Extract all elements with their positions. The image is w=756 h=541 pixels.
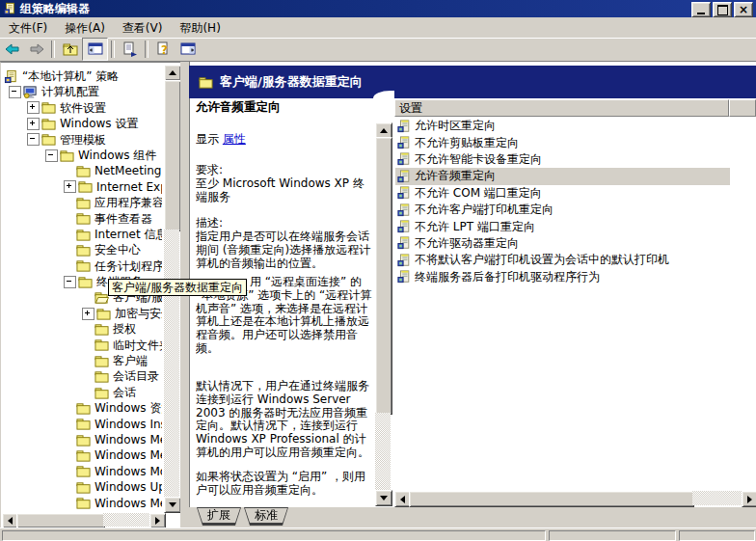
computer-icon [23, 85, 38, 99]
folder-icon [76, 196, 91, 210]
tree-item-security-center[interactable]: 安全中心 [2, 242, 162, 257]
empty-column-header[interactable] [729, 99, 756, 117]
tree-item-windows-media[interactable]: Windows Medi [2, 447, 162, 463]
tree-item-temporary-folders[interactable]: 临时文件夹 [2, 338, 162, 353]
tree-item-task-scheduler[interactable]: 任务计划程序 [2, 258, 162, 274]
tab-extended[interactable]: 扩展 [197, 507, 241, 526]
scroll-right-button[interactable] [742, 491, 756, 507]
tree-item-label: 加密与安全 [111, 306, 162, 321]
tree-item-application-compatibility[interactable]: 应用程序兼容 [2, 195, 162, 210]
setting-row[interactable]: 终端服务器后备打印机驱动程序行为 [395, 269, 730, 285]
expand-toggle[interactable] [27, 118, 40, 130]
tree-item-windows-installer[interactable]: Windows Inst [2, 417, 162, 432]
tree-item-windows-update[interactable]: Windows Upda [2, 479, 162, 495]
collapse-toggle[interactable] [45, 149, 58, 162]
forward-button[interactable] [24, 39, 48, 60]
setting-row[interactable]: 不允许 COM 端口重定向 [395, 185, 730, 202]
tree-item-internet-explorer[interactable]: Internet Expl [2, 179, 162, 195]
folder-icon [94, 354, 109, 368]
right-arrow-icon [747, 496, 756, 503]
scroll-thumb[interactable] [375, 137, 392, 415]
collapse-toggle[interactable] [64, 276, 76, 288]
tree-item-encryption-and-security[interactable]: 加密与安全 [2, 306, 162, 321]
tree-item-system[interactable]: 系统 [2, 511, 162, 512]
scroll-thumb[interactable] [164, 80, 181, 231]
setting-title: 允许音频重定向 [196, 100, 373, 114]
tree-item-windows-explorer[interactable]: Windows 资源 [2, 400, 162, 416]
scroll-track[interactable] [103, 513, 149, 527]
tree-item-windows-messenger[interactable]: Windows Mess [2, 432, 162, 447]
setting-label: 终端服务器后备打印机驱动程序行为 [415, 269, 600, 285]
tree-item-software-settings[interactable]: 软件设置 [2, 100, 162, 116]
setting-row[interactable]: 不将默认客户端打印机设置为会话中的默认打印机 [395, 252, 730, 268]
toolbar-separator [111, 41, 115, 58]
open-folder-icon [94, 290, 109, 305]
settings-column-header[interactable]: 设置 [394, 99, 729, 117]
setting-row[interactable]: 不允许驱动器重定向 [395, 235, 730, 252]
menu-view[interactable]: 查看(V) [114, 18, 172, 38]
scroll-track[interactable] [164, 230, 179, 497]
tree-item-session-directory[interactable]: 会话目录 [2, 368, 162, 384]
tree-item-label: Windows Movi [91, 464, 162, 479]
tree-item-computer-configuration[interactable]: 计算机配置 [2, 84, 162, 99]
setting-label: 不允许 LPT 端口重定向 [415, 219, 535, 235]
menu-help[interactable]: 帮助(H) [171, 18, 229, 38]
close-button[interactable]: × [734, 2, 753, 17]
tree-item-administrative-templates[interactable]: 管理模板 [2, 132, 162, 148]
tree-item-label: Windows 设置 [56, 116, 138, 131]
up-one-level-button[interactable] [58, 39, 82, 60]
menu-file[interactable]: 文件(F) [0, 18, 56, 38]
tree-item-sessions[interactable]: 会话 [2, 385, 162, 400]
tree-item-windows-settings[interactable]: Windows 设置 [2, 116, 162, 131]
setting-row[interactable]: 不允许智能卡设备重定向 [395, 151, 730, 168]
menu-action[interactable]: 操作(A) [56, 18, 114, 38]
policy-setting-icon [397, 270, 411, 284]
back-arrow-icon [5, 41, 20, 57]
tree-item-licensing[interactable]: 授权 [2, 321, 162, 337]
collapse-toggle[interactable] [27, 133, 40, 146]
setting-row[interactable]: 不允许剪贴板重定向 [395, 134, 730, 150]
minimize-button[interactable] [691, 2, 711, 17]
setting-row[interactable]: 不允许 LPT 端口重定向 [395, 218, 730, 234]
scroll-down-button[interactable] [164, 497, 181, 513]
setting-row[interactable]: 不允许客户端打印机重定向 [395, 202, 730, 218]
result-pane-header: 客户端/服务器数据重定向 [189, 66, 756, 98]
scroll-down-button[interactable] [375, 490, 392, 506]
show-action-pane-button[interactable] [176, 39, 200, 60]
tree-item-internet-information-services[interactable]: Internet 信息 [2, 227, 162, 242]
tree-item-netmeeting[interactable]: NetMeeting [2, 163, 162, 178]
show-console-tree-button[interactable] [82, 38, 108, 61]
tree-item-windows-media-2[interactable]: Windows Medi [2, 496, 162, 511]
maximize-button[interactable] [713, 2, 732, 17]
tree-item-client[interactable]: 客户端 [2, 353, 162, 368]
properties-link[interactable]: 属性 [223, 132, 246, 146]
tree-item-label: 事件查看器 [91, 211, 152, 227]
tree-item-event-viewer[interactable]: 事件查看器 [2, 211, 162, 227]
tree-item-label: Windows 组件 [74, 148, 156, 163]
expand-toggle[interactable] [27, 101, 40, 114]
tree-selected-item-tooltip[interactable]: 客户端/服务器数据重定向 [108, 279, 247, 296]
left-arrow-icon [396, 496, 405, 503]
setting-row[interactable]: 允许时区重定向 [395, 118, 730, 134]
tree-item-windows-movie-maker[interactable]: Windows Movi [2, 464, 162, 479]
setting-row-selected[interactable]: 允许音频重定向 [395, 168, 730, 184]
title-bar[interactable]: 组策略编辑器 × [0, 0, 756, 17]
expand-toggle[interactable] [82, 308, 94, 320]
collapse-toggle[interactable] [9, 86, 21, 98]
help-button[interactable]: ? [151, 39, 176, 60]
scroll-thumb[interactable] [16, 513, 105, 528]
tree-item-local-computer-policy[interactable]: “本地计算机” 策略 [2, 68, 162, 84]
tab-standard[interactable]: 标准 [244, 507, 288, 526]
tree-item-label: Windows Medi [91, 447, 162, 463]
back-button[interactable] [0, 39, 24, 60]
scroll-up-button[interactable] [164, 65, 181, 81]
scroll-track[interactable] [375, 413, 391, 490]
tree-item-label: NetMeeting [91, 163, 161, 178]
scroll-thumb[interactable] [409, 491, 694, 507]
tree-item-windows-components[interactable]: Windows 组件 [2, 148, 162, 163]
export-list-button[interactable] [118, 39, 142, 60]
scroll-right-button[interactable] [149, 513, 166, 528]
expand-toggle[interactable] [64, 180, 76, 193]
tree-item-label: Windows Medi [91, 496, 162, 511]
scroll-track[interactable] [692, 491, 742, 505]
